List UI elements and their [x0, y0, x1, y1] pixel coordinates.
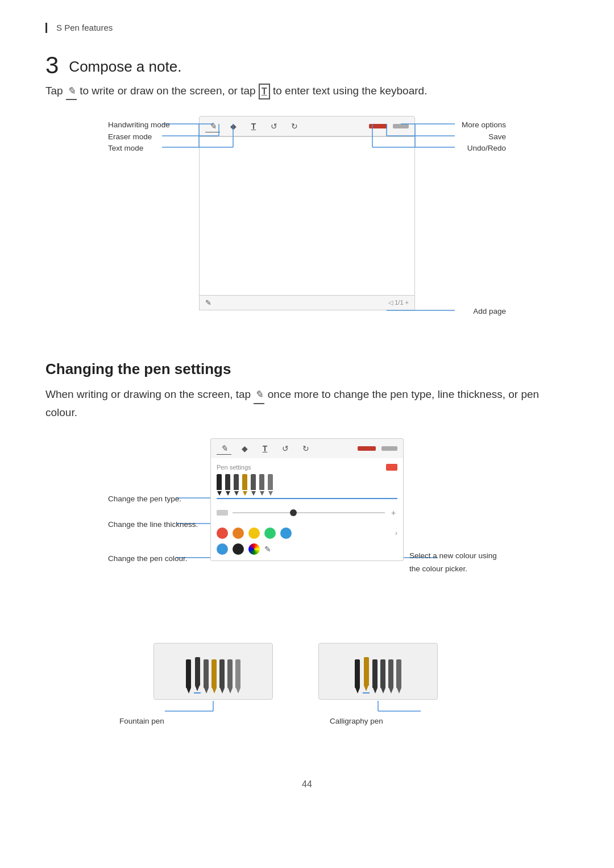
label-text-mode: Text mode — [108, 143, 143, 153]
colors-row1: › — [217, 528, 397, 539]
color-green — [264, 528, 276, 539]
calligraphy-pen-container — [318, 643, 438, 700]
fountain-pen-mockup — [154, 643, 273, 700]
label-change-colour: Change the pen colour. — [108, 553, 188, 563]
fpen-6 — [227, 659, 233, 693]
ps-text-icon: T — [258, 442, 272, 455]
diagram1: ✎ ◆ T ↺ ↻ ✎ ◁ 1/1 + — [108, 116, 506, 332]
colors-row2: ✎ — [217, 543, 397, 555]
toolbar-redo-icon: ↻ — [287, 120, 302, 132]
note-footer-icon: ✎ — [205, 298, 211, 307]
ps-diamond-icon: ◆ — [237, 442, 252, 455]
cpen-2 — [363, 657, 370, 693]
color-picker-icon — [248, 543, 260, 555]
label-undo-redo: Undo/Redo — [467, 143, 506, 153]
step-section: 3 Compose a note. — [45, 53, 569, 77]
label-handwriting: Handwriting mode — [108, 119, 170, 130]
pen-type-6 — [259, 474, 264, 496]
label-calligraphy-pen: Calligraphy pen — [330, 716, 383, 726]
color-edit-icon: ✎ — [264, 545, 271, 554]
toolbar-mockup: ✎ ◆ T ↺ ↻ — [199, 116, 415, 136]
fpen-7 — [235, 659, 240, 693]
bottom-pens-section: Fountain pen Calligraphy pen — [108, 643, 506, 745]
cpen-5 — [388, 659, 393, 693]
color-black — [233, 543, 244, 555]
fpen-4 — [211, 659, 217, 693]
header-section: S Pen features — [45, 23, 569, 33]
pen-type-2 — [225, 474, 230, 496]
pen-type-1 — [217, 474, 222, 496]
thickness-small-rect — [217, 510, 228, 516]
cpen-6 — [396, 659, 401, 693]
label-eraser: Eraser mode — [108, 131, 152, 142]
calligraphy-pen-mockup — [318, 643, 438, 700]
fpen-2 — [194, 657, 201, 693]
step-heading: Compose a note. — [69, 53, 181, 76]
ps-pen-icon: ✎ — [217, 442, 231, 455]
color-selected-blue — [217, 543, 228, 555]
note-footer: ✎ ◁ 1/1 + — [199, 296, 415, 310]
ps-undo-icon: ↺ — [278, 442, 293, 455]
pen-settings-diagram: ✎ ◆ T ↺ ↻ Pen settings — [108, 438, 506, 632]
label-change-pen-type: Change the pen type. — [108, 493, 181, 504]
label-save: Save — [488, 131, 506, 142]
color-red — [217, 528, 228, 539]
toolbar-diamond-icon: ◆ — [226, 120, 240, 132]
pen-icon-inline2: ✎ — [254, 387, 264, 404]
ps-color-bar1 — [358, 446, 376, 451]
cpen-3 — [372, 659, 377, 693]
label-more-options: More options — [462, 119, 506, 130]
fpen-5 — [219, 659, 225, 693]
ps-redo-icon: ↻ — [298, 442, 313, 455]
ps-color-swatch — [386, 464, 397, 471]
ps-color-bar2 — [381, 446, 397, 451]
toolbar-pen-icon: ✎ — [205, 120, 220, 132]
label-fountain-pen: Fountain pen — [119, 716, 164, 726]
cpen-4 — [380, 659, 385, 693]
page-counter: ◁ 1/1 + — [388, 299, 409, 306]
pen-type-5 — [251, 474, 256, 496]
color-blue — [280, 528, 292, 539]
pen-icon-inline: ✎ — [66, 84, 77, 100]
thickness-slider — [233, 507, 385, 518]
tap-instruction: Tap ✎ to write or draw on the screen, or… — [45, 83, 569, 100]
color-yellow — [248, 528, 260, 539]
pen-types-row — [217, 474, 397, 499]
label-colour-picker: Select a new colour using the colour pic… — [409, 549, 506, 575]
note-body — [199, 136, 415, 296]
toolbar-color-bar1 — [369, 124, 387, 128]
thickness-row: + — [217, 504, 397, 522]
pen-type-3 — [234, 474, 239, 496]
ps-label: Pen settings — [217, 464, 251, 471]
fpen-3 — [204, 659, 209, 693]
section2-heading: Changing the pen settings — [45, 360, 569, 378]
colors-more-icon: › — [395, 529, 397, 537]
toolbar-color-bar2 — [393, 124, 409, 128]
label-change-thickness: Change the line thickness. — [108, 519, 198, 529]
toolbar-undo-icon: ↺ — [267, 120, 281, 132]
pen-type-7 — [268, 474, 273, 496]
color-orange — [233, 528, 244, 539]
section-title: S Pen features — [56, 23, 113, 32]
thickness-plus-icon: + — [389, 508, 397, 517]
fountain-pen-container — [154, 643, 273, 700]
step-number: 3 — [45, 53, 59, 77]
pen-type-4 — [242, 474, 247, 496]
fpen-1 — [186, 659, 191, 693]
label-add-page: Add page — [473, 306, 506, 316]
cpen-1 — [355, 659, 360, 693]
pen-settings-panel: Pen settings — [210, 458, 404, 561]
section2-desc: When writing or drawing on the screen, t… — [45, 386, 569, 421]
toolbar-text-icon: T — [246, 120, 261, 132]
page-number: 44 — [45, 779, 569, 790]
text-icon-inline: T — [259, 84, 270, 99]
